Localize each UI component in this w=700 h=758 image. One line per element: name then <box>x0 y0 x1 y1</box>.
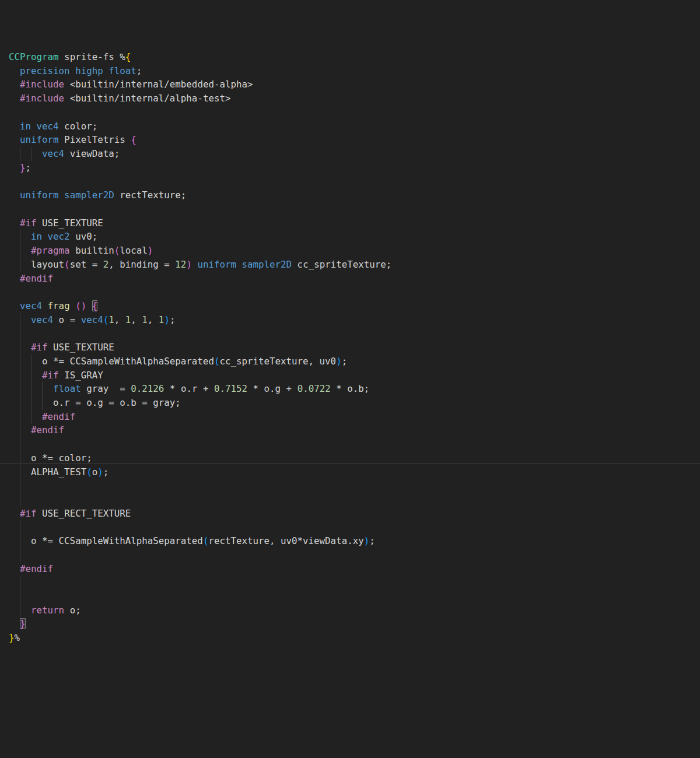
code-token: o *= CCSampleWithAlphaSeparated <box>9 356 214 367</box>
code-line[interactable] <box>9 327 700 341</box>
code-line[interactable]: vec4 frag () { <box>9 299 700 313</box>
code-line[interactable]: CCProgram sprite-fs %{ <box>9 50 700 64</box>
indent-guide <box>20 327 20 341</box>
code-token: } <box>20 162 26 173</box>
code-token: in vec2 <box>31 231 70 242</box>
indent-guide <box>31 147 32 161</box>
code-line[interactable] <box>9 202 700 216</box>
code-token: return <box>31 605 64 616</box>
code-token: , <box>114 314 125 325</box>
indent-guide <box>20 520 20 534</box>
code-line[interactable]: o *= CCSampleWithAlphaSeparated(rectText… <box>9 534 700 548</box>
indent-guide <box>20 258 20 272</box>
code-token: } <box>9 632 15 643</box>
code-token <box>42 300 48 311</box>
code-token: uniform sampler2D <box>20 190 114 201</box>
code-line[interactable]: uniform PixelTetris { <box>9 133 700 147</box>
code-line[interactable]: o.r = o.g = o.b = gray; <box>9 396 700 410</box>
indent-guide <box>20 589 20 603</box>
code-token: 1 <box>125 314 131 325</box>
code-token: o; <box>64 605 81 616</box>
code-token: uv0; <box>70 231 98 242</box>
code-token: o <box>92 466 98 478</box>
code-line[interactable]: uniform sampler2D rectTexture; <box>9 188 700 202</box>
code-token: vec4 <box>81 314 103 325</box>
code-line[interactable]: #if USE_RECT_TEXTURE <box>9 507 700 521</box>
code-line[interactable] <box>9 520 700 534</box>
code-line[interactable]: #pragma builtin(local) <box>9 244 700 258</box>
code-token: ) <box>336 356 342 367</box>
code-line[interactable]: precision highp float; <box>9 64 700 78</box>
code-token <box>9 65 20 76</box>
code-line[interactable]: layout(set = 2, binding = 12) uniform sa… <box>9 258 700 272</box>
code-token: color; <box>59 121 98 132</box>
code-token: IS_GRAY <box>59 370 103 381</box>
indent-guide <box>20 396 20 410</box>
code-token: local <box>120 245 148 256</box>
code-token: set = <box>70 259 103 270</box>
indent-guide <box>20 575 20 589</box>
code-token: #include <box>20 93 64 104</box>
code-line[interactable]: #include <builtin/internal/alpha-test> <box>9 92 700 106</box>
code-line[interactable]: return o; <box>9 603 700 617</box>
code-line[interactable] <box>9 548 700 562</box>
code-token <box>9 508 20 519</box>
code-line[interactable]: }; <box>9 161 700 175</box>
code-token: ; <box>342 356 348 367</box>
code-token: 0.2126 <box>131 383 164 394</box>
code-line[interactable]: #endif <box>9 562 700 576</box>
code-line[interactable] <box>9 493 700 507</box>
code-line[interactable] <box>9 589 700 603</box>
code-line[interactable]: #if USE_TEXTURE <box>9 216 700 230</box>
code-line[interactable]: }% <box>9 631 700 645</box>
code-line[interactable]: #if IS_GRAY <box>9 369 700 382</box>
code-token: rectTexture; <box>114 190 187 201</box>
code-token: frag <box>48 300 70 311</box>
code-line[interactable]: o *= CCSampleWithAlphaSeparated(cc_sprit… <box>9 355 700 369</box>
indent-guide <box>20 230 20 244</box>
code-line[interactable]: #endif <box>9 272 700 286</box>
code-token <box>9 190 20 201</box>
code-token: ) <box>148 245 153 256</box>
indent-guide <box>20 382 20 396</box>
code-line[interactable] <box>9 575 700 589</box>
code-line[interactable]: in vec2 uv0; <box>9 230 700 244</box>
code-token: , binding = <box>108 259 175 270</box>
code-line[interactable]: #endif <box>9 410 700 424</box>
code-line[interactable]: in vec4 color; <box>9 120 700 134</box>
code-token: vec4 <box>20 300 42 311</box>
code-token: gray = <box>81 383 131 394</box>
code-token: #endif <box>31 424 64 436</box>
indent-guide <box>20 493 20 507</box>
code-line[interactable] <box>9 174 700 188</box>
code-line[interactable]: ALPHA_TEST(o); <box>9 465 700 479</box>
code-line[interactable] <box>9 285 700 299</box>
code-token: ( <box>114 245 120 256</box>
code-token: uniform sampler2D <box>197 259 292 270</box>
indent-guide <box>20 603 20 617</box>
code-line[interactable]: vec4 viewData; <box>9 147 700 161</box>
code-editor[interactable]: CCProgram sprite-fs %{ precision highp f… <box>0 0 700 758</box>
code-token: <builtin/internal/embedded-alpha> <box>64 79 253 90</box>
code-line[interactable]: #endif <box>9 423 700 437</box>
code-line[interactable] <box>9 479 700 493</box>
code-token: ; <box>136 65 142 76</box>
code-line[interactable]: #include <builtin/internal/embedded-alph… <box>9 78 700 92</box>
code-token: % <box>15 632 20 643</box>
code-line[interactable] <box>9 106 700 120</box>
bracket-match: { <box>92 300 98 311</box>
code-token: #if <box>42 370 59 381</box>
code-token: o *= CCSampleWithAlphaSeparated <box>9 535 203 546</box>
code-line[interactable]: } <box>9 617 700 631</box>
code-area[interactable]: CCProgram sprite-fs %{ precision highp f… <box>9 50 700 645</box>
code-token: layout <box>9 259 64 270</box>
code-token: uniform <box>20 134 59 145</box>
code-token: in vec4 <box>20 121 59 132</box>
code-token: 1 <box>159 314 164 325</box>
code-token <box>9 134 20 145</box>
code-line[interactable]: #if USE_TEXTURE <box>9 341 700 355</box>
code-line[interactable]: float gray = 0.2126 * o.r + 0.7152 * o.g… <box>9 382 700 396</box>
code-line[interactable]: vec4 o = vec4(1, 1, 1, 1); <box>9 313 700 327</box>
code-line[interactable] <box>9 437 700 451</box>
code-token <box>9 217 20 229</box>
